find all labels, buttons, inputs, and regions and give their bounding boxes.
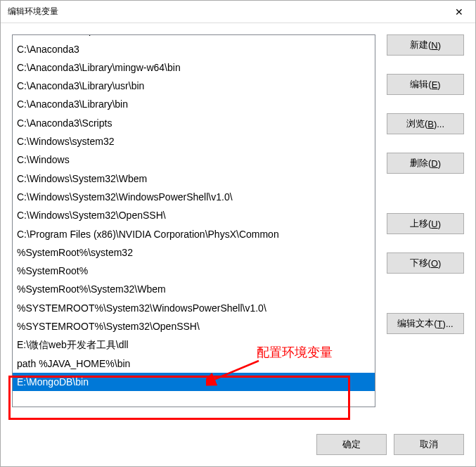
path-list-item[interactable]: C:\Anaconda3\Scripts (13, 114, 375, 132)
dialog-title: 编辑环境变量 (8, 6, 58, 18)
path-list-item[interactable]: %SYSTEMROOT%\System32\OpenSSH\ (13, 317, 375, 335)
moveup-label: 上移( (410, 217, 431, 230)
path-list-item[interactable]: C:\Program Files (x86)\NVIDIA Corporatio… (13, 225, 375, 243)
path-list-item-empty[interactable] (13, 391, 375, 407)
env-var-edit-dialog: 编辑环境变量 ✕ C:\Users\an\Library\binC:\Users… (0, 0, 476, 467)
new-button[interactable]: 新建(N) (387, 34, 464, 56)
path-list-item[interactable]: path %JAVA_HOME%\bin (13, 354, 375, 373)
path-list-item[interactable]: C:\Windows\System32\WindowsPowerShell\v1… (13, 188, 375, 206)
path-list-item[interactable]: C:\Anaconda3\Library\bin (13, 95, 375, 113)
path-list-item[interactable]: C:\Windows\system32 (13, 132, 375, 151)
titlebar: 编辑环境变量 ✕ (1, 1, 475, 23)
path-list-item[interactable]: %SystemRoot%\System32\Wbem (13, 280, 375, 298)
close-button[interactable]: ✕ (443, 1, 475, 23)
path-list-item[interactable]: %SystemRoot% (13, 262, 375, 280)
edit-tail: ) (437, 79, 440, 90)
ok-button[interactable]: 确定 (316, 434, 387, 455)
browse-tail: )... (434, 119, 444, 129)
browse-accel: B (427, 119, 434, 129)
path-list-item[interactable]: C:\Windows\System32\Wbem (13, 169, 375, 188)
delete-label: 删除( (410, 157, 431, 169)
path-list-item[interactable]: E:\MongoDB\bin (13, 373, 375, 391)
path-list-item[interactable]: C:\Windows\System32\OpenSSH\ (13, 206, 375, 224)
movedown-button[interactable]: 下移(O) (387, 252, 464, 274)
browse-button[interactable]: 浏览(B)... (387, 113, 464, 134)
new-label: 新建( (410, 39, 431, 51)
new-tail: ) (438, 40, 441, 51)
edittext-tail: )... (443, 319, 454, 329)
sidebar-buttons: 新建(N) 编辑(E) 浏览(B)... 删除(D) 上移(U) 下移(O) (387, 34, 464, 416)
moveup-accel: U (431, 219, 437, 229)
dialog-footer: 确定 取消 (1, 427, 475, 466)
browse-label: 浏览( (406, 117, 427, 130)
moveup-button[interactable]: 上移(U) (387, 213, 464, 234)
edittext-button[interactable]: 编辑文本(T)... (387, 313, 464, 334)
path-list-item[interactable]: C:\Anaconda3 (13, 40, 375, 58)
movedown-accel: O (431, 258, 438, 269)
path-list-item[interactable]: C:\Anaconda3\Library\usr\bin (13, 77, 375, 95)
close-icon: ✕ (455, 6, 463, 18)
path-list-item[interactable]: C:\Users\an\Scripts (13, 34, 375, 40)
edit-button[interactable]: 编辑(E) (387, 74, 464, 95)
movedown-tail: ) (438, 258, 441, 269)
edit-accel: E (432, 79, 438, 90)
path-list-item[interactable]: E:\微信web开发者工具\dll (13, 335, 375, 354)
movedown-label: 下移( (410, 257, 431, 269)
dialog-content: C:\Users\an\Library\binC:\Users\an\Scrip… (1, 23, 475, 427)
edittext-label: 编辑文本( (397, 317, 437, 330)
new-accel: N (431, 40, 437, 51)
delete-button[interactable]: 删除(D) (387, 153, 464, 174)
edit-label: 编辑( (410, 78, 431, 91)
list-container: C:\Users\an\Library\binC:\Users\an\Scrip… (12, 34, 375, 416)
path-list-item[interactable]: C:\Anaconda3\Library\mingw-w64\bin (13, 58, 375, 77)
delete-tail: ) (438, 158, 441, 169)
edittext-accel: T (437, 319, 443, 329)
path-list-item[interactable]: C:\Windows (13, 151, 375, 169)
cancel-button[interactable]: 取消 (394, 434, 464, 455)
path-listbox[interactable]: C:\Users\an\Library\binC:\Users\an\Scrip… (12, 34, 375, 407)
moveup-tail: ) (438, 219, 441, 229)
delete-accel: D (431, 158, 437, 169)
path-list-item[interactable]: %SystemRoot%\system32 (13, 243, 375, 262)
path-list-item[interactable]: %SYSTEMROOT%\System32\WindowsPowerShell\… (13, 299, 375, 317)
